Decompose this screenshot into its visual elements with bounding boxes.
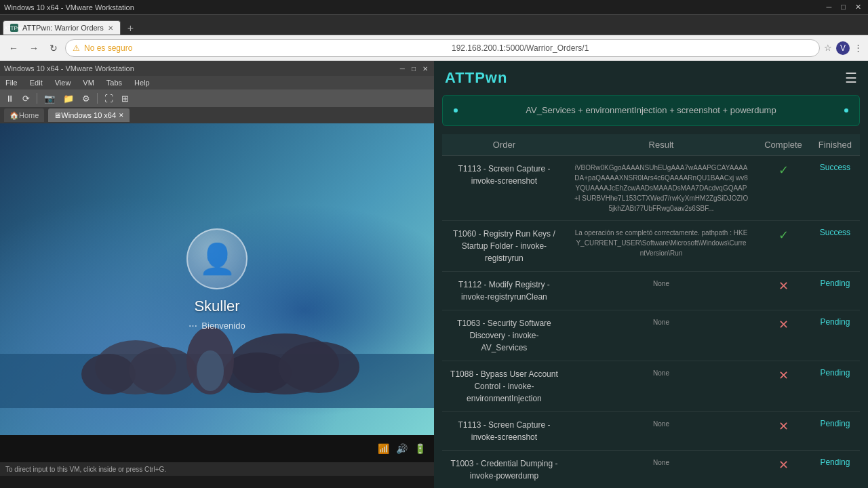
vm-tab-close-icon[interactable]: ✕ (119, 112, 124, 119)
order-cell: T1088 - Bypass User Account Control - in… (442, 361, 566, 411)
result-cell: None (566, 411, 756, 450)
windows-taskbar: 📶 🔊 🔋 (0, 435, 434, 462)
table-row: T1063 - Security Software Discovery - in… (442, 310, 860, 361)
forward-button[interactable]: → (26, 41, 42, 56)
table-row: T1088 - Bypass User Account Control - in… (442, 361, 860, 411)
url-text: 192.168.200.1:5000/Warrior_Orders/1 (452, 43, 812, 53)
menu-icon[interactable]: ⋮ (854, 43, 863, 53)
status-badge: Pending (820, 317, 850, 327)
check-icon: ✓ (778, 228, 789, 242)
vm-snapshot-button[interactable]: 📷 (41, 92, 58, 105)
new-tab-button[interactable]: + (123, 22, 138, 35)
tab-favicon: ATTPwn (10, 24, 18, 32)
status-badge: Pending (820, 458, 850, 467)
result-cell: None (566, 310, 756, 361)
complete-cell: ✕ (756, 271, 810, 310)
result-cell: La operación se completó correctamente. … (566, 220, 756, 271)
bookmark-icon[interactable]: ☆ (824, 43, 832, 53)
complete-cell: ✕ (756, 361, 810, 411)
status-badge: Success (820, 163, 850, 172)
vm-pause-button[interactable]: ⏸ (3, 92, 17, 105)
vm-tab-windows[interactable]: 🖥 Windows 10 x64 ✕ (48, 108, 130, 122)
vm-unity-button[interactable]: ⊞ (119, 92, 132, 105)
vm-menu-edit[interactable]: Edit (27, 79, 45, 87)
active-tab[interactable]: ATTPwn ATTPwn: Warrior Orders ✕ (3, 20, 121, 35)
user-profile-icon[interactable]: V (836, 41, 850, 55)
vm-tab-bar: 🏠 Home 🖥 Windows 10 x64 ✕ (0, 107, 434, 123)
maximize-button[interactable]: □ (838, 3, 848, 12)
user-avatar: 👤 (186, 228, 248, 289)
vm-minimize-button[interactable]: ─ (398, 65, 407, 73)
vm-tab-home[interactable]: 🏠 Home (4, 108, 44, 122)
vm-fullscreen-button[interactable]: ⛶ (102, 92, 116, 105)
login-status: ⋯ Bienvenido (189, 321, 245, 331)
col-header-result: Result (566, 134, 756, 156)
tab-title: ATTPwn: Warrior Orders (22, 24, 104, 32)
x-icon: ✕ (778, 318, 789, 331)
vm-restore-button[interactable]: □ (410, 65, 418, 73)
x-icon: ✕ (778, 458, 789, 472)
security-label: No es seguro (84, 43, 445, 53)
windows-login-screen[interactable]: 👤 Skuller ⋯ Bienvenido (0, 123, 434, 435)
status-badge: Success (820, 228, 850, 237)
vm-menu-help[interactable]: Help (132, 79, 153, 87)
order-cell: T1063 - Security Software Discovery - in… (442, 310, 566, 361)
vm-close-button[interactable]: ✕ (420, 65, 430, 73)
avatar-icon: 👤 (199, 241, 236, 277)
close-window-button[interactable]: ✕ (852, 3, 864, 12)
url-bar[interactable]: ⚠ No es seguro 192.168.200.1:5000/Warrio… (65, 39, 820, 57)
minimize-button[interactable]: ─ (824, 3, 835, 12)
vm-window-title: Windows 10 x64 - VMware Workstation (4, 64, 393, 73)
order-label: T1063 - Security Software Discovery - in… (457, 319, 551, 352)
complete-cell: ✓ (756, 155, 810, 220)
vm-menu-tabs[interactable]: Tabs (104, 79, 125, 87)
check-icon: ✓ (778, 163, 789, 177)
speaker-icon: 🔊 (396, 443, 408, 454)
result-text: None (653, 459, 669, 466)
address-bar: ← → ↻ ⚠ No es seguro 192.168.200.1:5000/… (0, 35, 868, 61)
app-panel: ATTPwn ☰ AV_Services + environmentInject… (434, 61, 868, 488)
col-header-finished: Finished (810, 134, 860, 156)
complete-cell: ✕ (756, 310, 810, 361)
status-badge: Pending (820, 279, 850, 288)
vm-settings-button[interactable]: ⚙ (79, 92, 93, 105)
status-badge: Pending (820, 368, 850, 378)
table-row: T1003 - Credential Dumping - invoke-powe… (442, 450, 860, 488)
status-cell: Pending (810, 271, 860, 310)
browser-tab-bar: ATTPwn ATTPwn: Warrior Orders ✕ + (0, 15, 868, 35)
vm-panel: Windows 10 x64 - VMware Workstation ─ □ … (0, 61, 434, 488)
status-cell: Success (810, 155, 860, 220)
svg-point-2 (81, 354, 136, 394)
col-header-order: Order (442, 134, 566, 156)
app-header: ATTPwn ☰ (434, 61, 868, 95)
complete-cell: ✕ (756, 450, 810, 488)
browser-toolbar-icons: ☆ V ⋮ (824, 41, 863, 55)
vm-menu-vm[interactable]: VM (80, 79, 97, 87)
back-button[interactable]: ← (5, 41, 22, 56)
tab-close-icon[interactable]: ✕ (108, 24, 113, 32)
vm-folder-button[interactable]: 📁 (60, 92, 77, 105)
complete-cell: ✓ (756, 220, 810, 271)
vm-reset-button[interactable]: ⟳ (20, 92, 33, 105)
orders-table: Order Result Complete Finished T1113 - S… (442, 134, 860, 489)
refresh-button[interactable]: ↻ (46, 41, 61, 56)
vm-status-bar: To direct input to this VM, click inside… (0, 462, 434, 476)
result-text: La operación se completó correctamente. … (575, 229, 748, 257)
vm-window-controls: ─ □ ✕ (398, 65, 430, 73)
svg-point-6 (278, 342, 359, 393)
payload-dot-right (844, 108, 848, 113)
order-label: T1003 - Credential Dumping - invoke-powe… (450, 459, 557, 481)
table-row: T1113 - Screen Capture - invoke-screensh… (442, 155, 860, 220)
result-cell: iVBORw0KGgoAAAANSUhEUgAAA7wAAAPGCAYAAAAD… (566, 155, 756, 220)
vm-menu-file[interactable]: File (3, 79, 20, 87)
svg-point-3 (129, 347, 197, 394)
order-cell: T1113 - Screen Capture - invoke-screensh… (442, 411, 566, 450)
vm-menu-view[interactable]: View (52, 79, 74, 87)
svg-point-8 (197, 350, 224, 391)
hamburger-menu-button[interactable]: ☰ (845, 70, 857, 86)
spinner-icon: ⋯ (189, 321, 197, 331)
vm-toolbar: ⏸ ⟳ 📷 📁 ⚙ ⛶ ⊞ (0, 89, 434, 107)
order-label: T1060 - Registry Run Keys / Startup Fold… (453, 229, 555, 263)
order-label: T1088 - Bypass User Account Control - in… (450, 369, 558, 403)
status-cell: Success (810, 220, 860, 271)
